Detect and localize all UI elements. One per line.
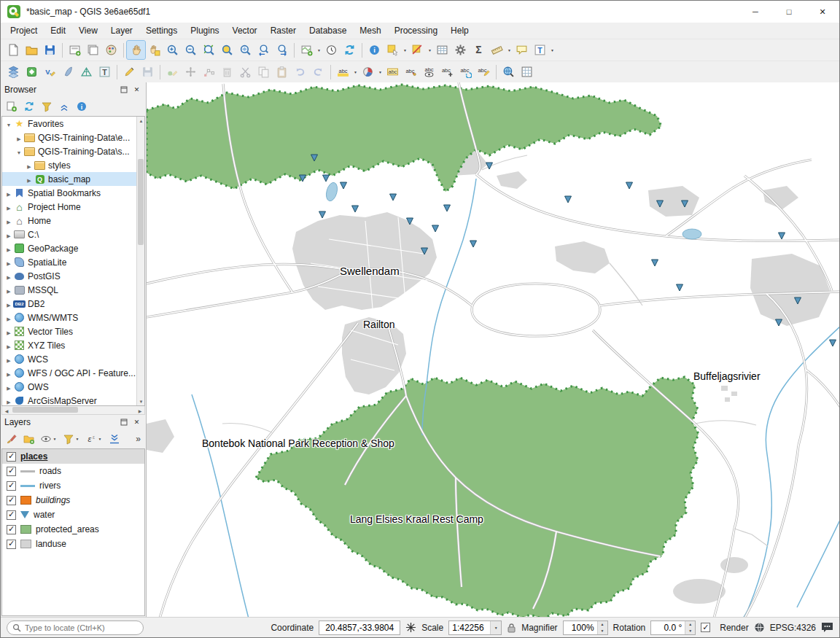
epsg-label[interactable]: EPSG:4326 bbox=[770, 623, 816, 633]
toggle-editing-button[interactable] bbox=[120, 63, 139, 81]
text-annotation-button[interactable]: T bbox=[531, 41, 549, 59]
chevron-down-icon[interactable] bbox=[490, 621, 501, 634]
browser-item-basic-map[interactable]: basic_map bbox=[2, 172, 144, 186]
layer-checkbox[interactable] bbox=[7, 452, 16, 462]
layer-labeling-options-button[interactable]: abc bbox=[334, 63, 352, 81]
lock-icon[interactable] bbox=[507, 623, 516, 633]
zoom-to-layer-button[interactable] bbox=[236, 41, 254, 59]
paste-features-button[interactable] bbox=[273, 63, 291, 81]
layer-checkbox[interactable] bbox=[7, 510, 16, 520]
browser-item-wcs[interactable]: WCS bbox=[2, 352, 144, 366]
browser-item-c-drive[interactable]: C:\ bbox=[2, 227, 144, 241]
expander-icon[interactable] bbox=[4, 299, 13, 309]
expander-icon[interactable] bbox=[25, 174, 34, 184]
browser-horizontal-scrollbar[interactable]: ◀▶ bbox=[1, 406, 145, 415]
extents-icon[interactable] bbox=[405, 622, 416, 633]
magnifier-input[interactable] bbox=[564, 621, 597, 634]
layer-row-water[interactable]: water bbox=[2, 507, 144, 522]
menu-layer[interactable]: Layer bbox=[104, 23, 139, 38]
browser-item-training-data-e[interactable]: QGIS-Training-Data\e... bbox=[2, 131, 144, 144]
expander-icon[interactable] bbox=[4, 244, 13, 254]
browser-item-styles[interactable]: styles bbox=[2, 158, 144, 172]
zoom-out-button[interactable] bbox=[182, 41, 200, 59]
filter-by-expression-button[interactable]: εε bbox=[83, 431, 105, 447]
deselect-features-button[interactable] bbox=[408, 41, 427, 59]
chevron-down-icon[interactable] bbox=[97, 437, 104, 441]
properties-widget-button[interactable]: i bbox=[73, 98, 90, 114]
measure-button[interactable] bbox=[488, 41, 506, 59]
browser-item-postgis[interactable]: PostGIS bbox=[2, 269, 144, 283]
metasearch-button[interactable] bbox=[499, 63, 518, 81]
expander-icon[interactable] bbox=[4, 216, 13, 226]
browser-item-ows[interactable]: OWS bbox=[2, 380, 144, 394]
locate-input[interactable] bbox=[25, 623, 138, 632]
vertex-tool-button[interactable] bbox=[200, 63, 218, 81]
menu-edit[interactable]: Edit bbox=[44, 23, 72, 38]
refresh-browser-button[interactable] bbox=[20, 98, 37, 114]
expander-icon[interactable] bbox=[4, 341, 13, 351]
expander-icon[interactable] bbox=[4, 119, 13, 129]
expander-icon[interactable] bbox=[4, 202, 13, 212]
processing-toolbox-button[interactable] bbox=[451, 41, 470, 59]
browser-item-home[interactable]: Home bbox=[2, 214, 144, 227]
save-layer-edits-button[interactable] bbox=[139, 63, 157, 81]
chevron-down-icon[interactable] bbox=[402, 48, 408, 52]
chevron-down-icon[interactable] bbox=[377, 70, 384, 74]
magnifier-spinbox[interactable] bbox=[563, 621, 608, 635]
new-shapefile-layer-button[interactable]: V. bbox=[41, 63, 59, 81]
expander-icon[interactable] bbox=[4, 313, 13, 323]
spin-down-icon[interactable] bbox=[685, 628, 695, 634]
highlight-pinned-labels-button[interactable]: abc bbox=[384, 63, 402, 81]
maximize-button[interactable]: □ bbox=[772, 1, 806, 23]
new-mesh-layer-button[interactable] bbox=[77, 63, 96, 81]
layer-row-rivers[interactable]: rivers bbox=[2, 478, 144, 493]
save-project-button[interactable] bbox=[41, 41, 59, 59]
pin-unpin-labels-button[interactable]: abc bbox=[402, 63, 420, 81]
filter-browser-button[interactable] bbox=[38, 98, 55, 114]
browser-item-xyz-tiles[interactable]: XYZ Tiles bbox=[2, 338, 144, 352]
expander-icon[interactable] bbox=[4, 368, 13, 378]
add-selected-layers-button[interactable] bbox=[3, 98, 20, 114]
browser-vertical-scrollbar[interactable]: ▲▼ bbox=[136, 117, 144, 405]
collapse-all-button[interactable] bbox=[55, 98, 72, 114]
menu-database[interactable]: Database bbox=[303, 23, 353, 38]
zoom-full-button[interactable] bbox=[200, 41, 218, 59]
menu-mesh[interactable]: Mesh bbox=[353, 23, 387, 38]
style-manager-button[interactable] bbox=[102, 41, 120, 59]
move-label-button[interactable]: abc bbox=[438, 63, 456, 81]
layer-checkbox[interactable] bbox=[7, 525, 16, 534]
new-geopackage-layer-button[interactable] bbox=[23, 63, 41, 81]
expand-all-button[interactable] bbox=[106, 431, 122, 447]
select-features-button[interactable] bbox=[384, 41, 402, 59]
scale-combobox[interactable] bbox=[448, 621, 502, 635]
chevron-down-icon[interactable] bbox=[52, 437, 58, 441]
new-map-view-button[interactable] bbox=[298, 41, 316, 59]
browser-item-mssql[interactable]: MSSQL bbox=[2, 283, 144, 297]
browser-item-spatial-bookmarks[interactable]: Spatial Bookmarks bbox=[2, 186, 144, 200]
crs-icon[interactable] bbox=[754, 622, 765, 633]
menu-view[interactable]: View bbox=[72, 23, 104, 38]
new-virtual-layer-button[interactable]: T bbox=[96, 63, 114, 81]
expander-icon[interactable] bbox=[15, 147, 23, 157]
messages-icon[interactable] bbox=[821, 622, 833, 633]
filter-legend-button[interactable] bbox=[61, 431, 82, 447]
browser-item-geopackage[interactable]: GeoPackage bbox=[2, 241, 144, 255]
close-panel-button[interactable]: ✕ bbox=[131, 85, 142, 96]
browser-item-db2[interactable]: DB2DB2 bbox=[2, 297, 144, 311]
menu-vector[interactable]: Vector bbox=[226, 23, 264, 38]
expander-icon[interactable] bbox=[4, 230, 13, 240]
delete-selected-button[interactable] bbox=[218, 63, 236, 81]
browser-item-training-data-s[interactable]: QGIS-Training-Data\s... bbox=[2, 144, 144, 158]
rotation-input[interactable] bbox=[651, 621, 685, 634]
statistics-summary-button[interactable]: Σ bbox=[470, 41, 488, 59]
expander-icon[interactable] bbox=[4, 285, 13, 295]
expander-icon[interactable] bbox=[25, 160, 34, 171]
layer-row-places[interactable]: places bbox=[2, 449, 144, 464]
layer-checkbox[interactable] bbox=[7, 481, 16, 491]
new-spatialite-layer-button[interactable] bbox=[59, 63, 77, 81]
render-checkbox[interactable] bbox=[701, 623, 710, 632]
close-panel-button[interactable]: ✕ bbox=[131, 417, 142, 428]
expander-icon[interactable] bbox=[4, 188, 13, 198]
layer-row-buildings[interactable]: buildings bbox=[2, 493, 144, 507]
chevron-down-icon[interactable] bbox=[352, 70, 359, 74]
